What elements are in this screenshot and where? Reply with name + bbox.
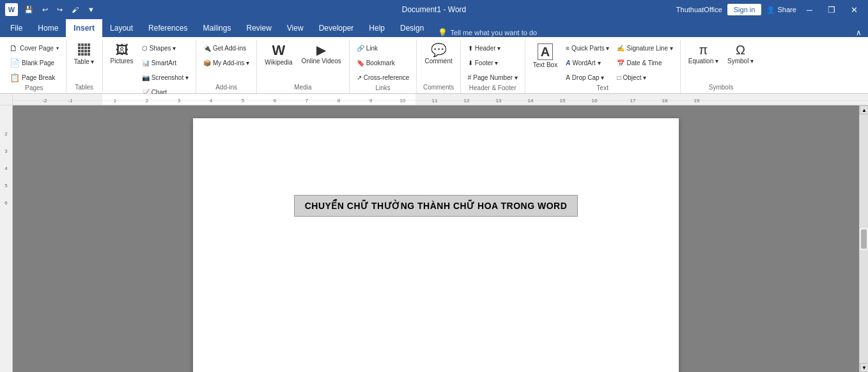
svg-text:8: 8 <box>337 98 341 104</box>
quick-parts-button[interactable]: ≡ Quick Parts ▾ <box>562 41 612 55</box>
smartart-button[interactable]: 📊 SmartArt <box>139 56 192 70</box>
horizontal-ruler: -2 -1 1 2 3 4 5 6 7 8 9 10 11 12 13 14 1… <box>13 94 868 105</box>
table-icon <box>78 43 90 56</box>
tab-insert[interactable]: Insert <box>66 19 102 37</box>
redo-qat-button[interactable]: ↪ <box>54 4 65 15</box>
scroll-down-button[interactable]: ▼ <box>860 363 868 372</box>
tab-file[interactable]: File <box>3 19 30 37</box>
shapes-button[interactable]: ⬡ Shapes ▾ <box>139 41 192 55</box>
screenshot-button[interactable]: 📷 Screenshot ▾ <box>139 70 192 84</box>
signature-line-button[interactable]: ✍ Signature Line ▾ <box>614 41 676 55</box>
ribbon-group-comments: 💬 Comment Comments <box>417 40 460 93</box>
svg-text:1: 1 <box>114 98 117 104</box>
comment-icon: 💬 <box>431 43 447 56</box>
document-title: Document1 - Word <box>402 5 466 14</box>
tell-me-box[interactable]: Tell me what you want to do <box>450 29 537 36</box>
text-box-button[interactable]: A Text Box <box>529 41 561 72</box>
scroll-up-button[interactable]: ▲ <box>860 105 868 114</box>
link-button[interactable]: 🔗 Link <box>353 41 413 55</box>
signin-button[interactable]: Sign in <box>727 4 762 15</box>
object-button[interactable]: □ Object ▾ <box>614 70 676 84</box>
signature-icon: ✍ <box>617 45 624 52</box>
share-button[interactable]: 👤 Share <box>766 6 796 14</box>
tab-references[interactable]: References <box>141 19 195 37</box>
symbol-button[interactable]: Ω Symbol ▾ <box>724 41 757 68</box>
restore-button[interactable]: ❐ <box>823 3 841 17</box>
ribbon-group-illustrations: 🖼 Pictures ⬡ Shapes ▾ 📊 SmartArt 📷 Scree… <box>103 40 197 93</box>
cover-page-button[interactable]: 🗋 Cover Page ▾ <box>6 41 62 55</box>
tab-home[interactable]: Home <box>30 19 66 37</box>
comment-button[interactable]: 💬 Comment <box>421 41 456 68</box>
text-group-label: Text <box>529 84 676 93</box>
format-painter-qat-button[interactable]: 🖌 <box>69 4 81 15</box>
bookmark-button[interactable]: 🔖 Bookmark <box>353 56 413 70</box>
header-button[interactable]: ⬆ Header ▾ <box>465 41 521 55</box>
drop-cap-button[interactable]: A Drop Cap ▾ <box>562 70 612 84</box>
scroll-thumb[interactable] <box>861 229 867 249</box>
svg-rect-1 <box>102 94 415 105</box>
bookmark-icon: 🔖 <box>357 59 364 66</box>
save-qat-button[interactable]: 💾 <box>22 4 36 15</box>
tab-design[interactable]: Design <box>392 19 431 37</box>
wikipedia-icon: W <box>272 43 286 58</box>
addins-col: 🔌 Get Add-ins 📦 My Add-ins ▾ <box>200 41 252 70</box>
wordart-button[interactable]: A WordArt ▾ <box>562 56 612 70</box>
svg-text:4: 4 <box>210 98 213 104</box>
equation-icon: π <box>699 43 708 56</box>
pages-group-label: Pages <box>6 84 62 93</box>
tab-help[interactable]: Help <box>361 19 392 37</box>
header-icon: ⬆ <box>468 45 473 52</box>
footer-icon: ⬇ <box>468 59 473 66</box>
minimize-button[interactable]: ─ <box>802 3 818 17</box>
svg-text:15: 15 <box>560 98 566 104</box>
drop-cap-icon: A <box>566 74 570 81</box>
tab-view[interactable]: View <box>279 19 311 37</box>
page-number-icon: # <box>468 74 472 81</box>
ruler-corner <box>0 94 13 105</box>
tab-mailings[interactable]: Mailings <box>195 19 238 37</box>
cover-page-icon: 🗋 <box>10 43 18 53</box>
header-footer-group-content: ⬆ Header ▾ ⬇ Footer ▾ # Page Number ▾ <box>465 41 521 84</box>
page-break-icon: 📋 <box>10 73 20 82</box>
document-content: CHUYỂN CHỮ THƯỜNG THÀNH CHỮ HOA TRONG WO… <box>244 157 628 217</box>
my-addins-button[interactable]: 📦 My Add-ins ▾ <box>200 56 252 70</box>
svg-text:-1: -1 <box>68 98 73 104</box>
links-col: 🔗 Link 🔖 Bookmark ↗ Cross-reference <box>353 41 413 84</box>
tables-group-label: Tables <box>70 84 98 92</box>
pictures-button[interactable]: 🖼 Pictures <box>107 41 137 68</box>
document-area[interactable]: CHUYỂN CHỮ THƯỜNG THÀNH CHỮ HOA TRONG WO… <box>13 105 859 372</box>
vertical-ruler: 2 3 4 5 6 <box>0 105 13 372</box>
svg-text:5: 5 <box>242 98 245 104</box>
my-addins-icon: 📦 <box>203 59 211 66</box>
symbol-icon: Ω <box>736 43 745 56</box>
wikipedia-button[interactable]: W Wikipedia <box>261 41 296 69</box>
close-button[interactable]: ✕ <box>846 3 863 17</box>
addins-group-content: 🔌 Get Add-ins 📦 My Add-ins ▾ <box>200 41 252 84</box>
tab-developer[interactable]: Developer <box>311 19 362 37</box>
tab-layout[interactable]: Layout <box>102 19 141 37</box>
word-logo-icon: W <box>5 3 18 16</box>
ribbon-collapse-icon[interactable]: ∧ <box>856 28 862 37</box>
date-time-button[interactable]: 📅 Date & Time <box>614 56 676 70</box>
main-area: 2 3 4 5 6 CHUYỂN CHỮ THƯỜNG THÀNH CHỮ HO… <box>0 105 868 372</box>
addins-group-label: Add-ins <box>200 84 252 92</box>
page-break-button[interactable]: 📋 Page Break <box>6 70 62 84</box>
equation-button[interactable]: π Equation ▾ <box>685 41 722 68</box>
footer-button[interactable]: ⬇ Footer ▾ <box>465 56 521 70</box>
page-number-button[interactable]: # Page Number ▾ <box>465 70 521 84</box>
table-button[interactable]: Table ▾ <box>70 41 98 68</box>
get-addins-button[interactable]: 🔌 Get Add-ins <box>200 41 252 55</box>
blank-page-button[interactable]: 📄 Blank Page <box>6 56 62 70</box>
undo-qat-button[interactable]: ↩ <box>40 4 50 15</box>
online-videos-button[interactable]: ▶ Online Videos <box>298 41 345 68</box>
link-icon: 🔗 <box>357 45 364 52</box>
svg-text:16: 16 <box>592 98 598 104</box>
shapes-icon: ⬡ <box>142 45 148 52</box>
tab-review[interactable]: Review <box>238 19 279 37</box>
cross-reference-button[interactable]: ↗ Cross-reference <box>353 70 413 84</box>
customize-qat-button[interactable]: ▼ <box>85 4 97 15</box>
vertical-scrollbar[interactable]: ▲ ▼ <box>859 105 868 372</box>
media-group-content: W Wikipedia ▶ Online Videos <box>261 41 345 84</box>
svg-text:13: 13 <box>496 98 502 104</box>
smartart-icon: 📊 <box>142 59 150 66</box>
